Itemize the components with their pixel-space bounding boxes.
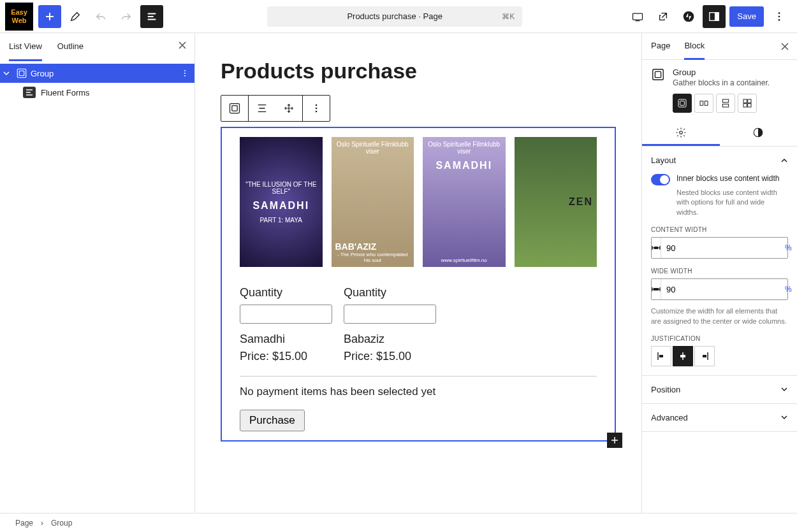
site-logo[interactable]: Easy Web (5, 3, 33, 31)
jetpack-button[interactable] (677, 5, 700, 28)
add-block-button[interactable] (38, 5, 61, 28)
undo-button[interactable] (89, 5, 112, 28)
svg-point-5 (779, 15, 780, 17)
settings-sidebar-button[interactable] (703, 5, 726, 28)
svg-point-6 (779, 19, 780, 21)
svg-point-1 (684, 11, 694, 22)
command-shortcut: ⌘K (502, 12, 515, 21)
logo-text-2: Web (11, 17, 26, 24)
topbar-right: Save (625, 5, 792, 28)
redo-button[interactable] (115, 5, 138, 28)
svg-rect-3 (715, 12, 719, 20)
logo-text-1: Easy (11, 8, 27, 16)
svg-rect-0 (633, 13, 643, 20)
svg-point-4 (779, 12, 780, 14)
view-button[interactable] (626, 5, 649, 28)
topbar-center: Products purchase · Page ⌘K (165, 6, 625, 27)
edit-tool-button[interactable] (64, 5, 87, 28)
options-button[interactable] (768, 5, 791, 28)
document-title-bar[interactable]: Products purchase · Page ⌘K (267, 6, 522, 27)
save-button[interactable]: Save (729, 6, 764, 27)
top-toolbar: Easy Web Products purchase · Page ⌘K (0, 0, 797, 33)
list-view-button[interactable] (140, 5, 163, 28)
external-view-button[interactable] (652, 5, 675, 28)
document-title-text: Products purchase · Page (347, 11, 442, 21)
